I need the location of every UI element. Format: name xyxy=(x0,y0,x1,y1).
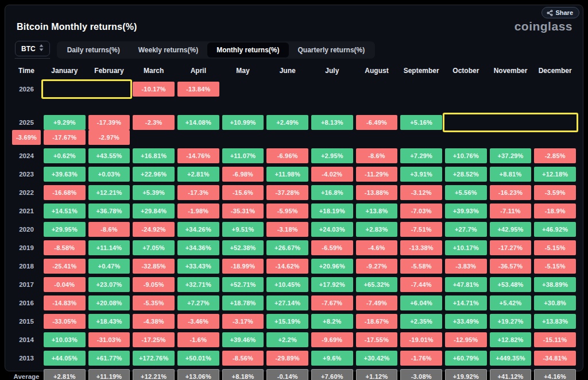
return-cell: -17.3% xyxy=(177,185,219,200)
return-cell: -3.18% xyxy=(266,222,308,237)
return-cell: -3.69% xyxy=(12,130,41,145)
return-cell: +18.19% xyxy=(311,204,353,218)
return-cell: +30.42% xyxy=(356,351,398,366)
return-cell: -0.04% xyxy=(44,277,86,292)
return-cell: -16.68% xyxy=(44,185,86,200)
return-cell: +10.99% xyxy=(222,115,264,130)
row-label: 2019 xyxy=(12,240,41,255)
return-cell: -0.14% xyxy=(266,369,308,380)
return-cell: -17.39% xyxy=(88,115,130,130)
tab-monthly[interactable]: Monthly returns(%) xyxy=(207,43,288,57)
return-cell: +10.76% xyxy=(445,148,487,163)
coin-select[interactable]: BTC xyxy=(15,41,50,56)
return-cell: +14.08% xyxy=(177,115,219,130)
return-cell: +22.96% xyxy=(133,167,175,182)
return-cell: -7.03% xyxy=(400,204,442,218)
table-row: 2013+44.05%+61.77%+172.76%+50.01%-8.56%-… xyxy=(12,351,576,366)
return-cell: +27.7% xyxy=(445,222,487,237)
table-row: 2014+10.03%-31.03%-17.25%-1.6%+39.46%+2.… xyxy=(12,332,576,347)
return-cell: +2.81% xyxy=(177,167,219,182)
return-cell: -4.02% xyxy=(311,167,353,182)
return-cell: +39.93% xyxy=(445,204,487,218)
column-header: February xyxy=(88,66,130,77)
return-cell: +13.06% xyxy=(177,369,219,380)
return-cell: +65.32% xyxy=(356,277,398,292)
return-cell: -17.67% xyxy=(44,130,86,145)
table-row: 2015-33.05%+18.43%-4.38%-3.46%-3.17%+15.… xyxy=(12,314,576,329)
column-header: September xyxy=(400,66,442,77)
return-cell xyxy=(356,82,398,97)
row-label: 2022 xyxy=(12,185,41,200)
return-cell: -32.85% xyxy=(133,259,175,274)
return-cell xyxy=(12,97,41,112)
column-header: January xyxy=(44,66,86,77)
column-header: March xyxy=(133,66,175,77)
return-cell: +2.35% xyxy=(400,314,442,329)
return-cell: -4.38% xyxy=(133,314,175,329)
return-cell: +39.46% xyxy=(222,332,264,347)
return-cell: +2.49% xyxy=(266,115,308,130)
return-cell: -2.85% xyxy=(534,148,576,163)
return-cell: +8.13% xyxy=(311,115,353,130)
highlight-box xyxy=(443,113,578,132)
return-cell: +8.81% xyxy=(490,167,532,182)
return-cell xyxy=(490,82,532,97)
return-cell: +39.63% xyxy=(44,167,86,182)
highlight-box xyxy=(41,79,132,99)
return-cell: +13.8% xyxy=(356,204,398,218)
return-cell: -14.62% xyxy=(266,259,308,274)
return-cell: +3.91% xyxy=(400,167,442,182)
return-cell: +27.14% xyxy=(266,295,308,310)
return-cell: +33.43% xyxy=(177,259,219,274)
tab-quarterly[interactable]: Quarterly returns(%) xyxy=(289,43,374,57)
return-cell: +52.71% xyxy=(222,277,264,292)
return-cell: +2.2% xyxy=(266,332,308,347)
return-cell: +36.78% xyxy=(88,204,130,218)
return-cell: +33.49% xyxy=(445,314,487,329)
coin-select-value: BTC xyxy=(21,45,36,53)
return-cell: -5.15% xyxy=(534,240,576,255)
share-button[interactable]: Share xyxy=(541,7,579,18)
return-cell: +61.77% xyxy=(88,351,130,366)
return-cell: -15.11% xyxy=(534,332,576,347)
row-label: 2015 xyxy=(12,314,41,329)
row-label: 2021 xyxy=(12,204,41,218)
return-cell: +7.27% xyxy=(177,295,219,310)
return-cell: -7.51% xyxy=(400,222,442,237)
column-header: July xyxy=(311,66,353,77)
return-cell: +11.14% xyxy=(88,240,130,255)
return-cell xyxy=(266,82,308,97)
row-label: 2017 xyxy=(12,277,41,292)
return-cell: -25.41% xyxy=(44,259,86,274)
column-header: November xyxy=(490,66,532,77)
return-cell: +2.83% xyxy=(356,222,398,237)
return-cell: -5.95% xyxy=(266,204,308,218)
return-cell: +9.51% xyxy=(222,222,264,237)
return-cell: +9.29% xyxy=(44,115,86,130)
return-cell: -34.81% xyxy=(534,351,576,366)
return-cell: +29.95% xyxy=(44,222,86,237)
tab-weekly[interactable]: Weekly returns(%) xyxy=(129,43,207,57)
return-cell: +14.71% xyxy=(445,295,487,310)
return-cell: -6.59% xyxy=(311,240,353,255)
return-cell: -7.11% xyxy=(490,204,532,218)
return-cell: -3.08% xyxy=(400,369,442,380)
row-label: 2024 xyxy=(12,148,41,163)
return-cell: -6.49% xyxy=(356,115,398,130)
return-cell: -7.49% xyxy=(356,295,398,310)
return-cell: -9.05% xyxy=(133,277,175,292)
tab-daily[interactable]: Daily returns(%) xyxy=(58,43,129,57)
return-cell: +10.17% xyxy=(445,240,487,255)
returns-panel: Share Bitcoin Monthly returns(%) coingla… xyxy=(5,5,583,371)
return-cell: +30.8% xyxy=(534,295,576,310)
return-cell: -2.3% xyxy=(133,115,175,130)
return-cell: +11.98% xyxy=(266,167,308,182)
return-cell xyxy=(222,82,264,97)
return-cell: +29.84% xyxy=(133,204,175,218)
return-cell: +8.18% xyxy=(222,369,264,380)
monthly-returns-table: TimeJanuaryFebruaryMarchAprilMayJuneJuly… xyxy=(5,59,583,380)
returns-tab-group: Daily returns(%)Weekly returns(%)Monthly… xyxy=(57,41,376,59)
table-row: 2025+9.29%-17.39%-2.3%+14.08%+10.99%+2.4… xyxy=(12,115,576,145)
table-row: 2019-8.58%+11.14%+7.05%+34.36%+52.38%+26… xyxy=(12,240,576,255)
column-header: Time xyxy=(12,66,41,77)
